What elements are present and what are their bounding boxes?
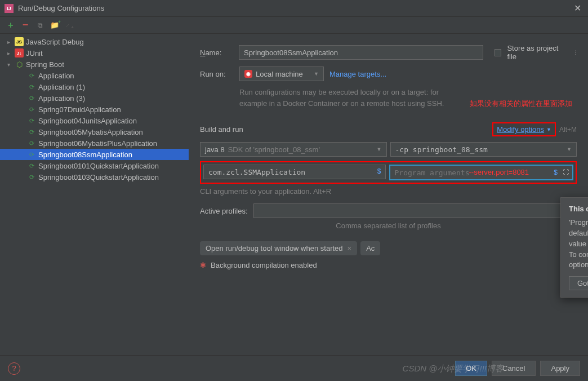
run-icon — [27, 71, 36, 80]
cp-value: -cp springboot_08_ssm — [395, 145, 488, 154]
titlebar: IJ Run/Debug Configurations ✕ — [0, 0, 588, 17]
tree-label: Springboot0101QuickstartApplication — [38, 162, 159, 170]
runon-label: Run on: — [200, 70, 234, 78]
run-icon — [27, 172, 36, 181]
tree-item-application-1[interactable]: Application (1) — [0, 81, 189, 92]
tree-label: Springboot04JunitsApplication — [38, 117, 137, 125]
tooltip-title: This option will be hidden — [569, 205, 588, 213]
window-title: Run/Debug Configurations — [18, 4, 572, 12]
main-class-input[interactable] — [203, 165, 386, 179]
name-input[interactable] — [239, 45, 483, 60]
tree-label: Application (3) — [38, 94, 85, 103]
tree-label: Springboot06MybatisPlusApplication — [38, 139, 157, 148]
run-icon — [27, 150, 36, 159]
add-button[interactable]: + — [6, 20, 16, 30]
chip-label: Open run/debug tool window when started — [206, 244, 343, 252]
tree-item-springboot04[interactable]: Springboot04JunitsApplication — [0, 115, 189, 126]
runon-hint: Run configurations may be executed local… — [239, 87, 465, 109]
chip-close-icon[interactable]: × — [348, 244, 352, 252]
tree-item-springboot08[interactable]: Springboot08SsmApplication — [0, 149, 189, 160]
tree-label: Spring07DruidApplication — [38, 105, 121, 114]
tree-label: JavaScript Debug — [26, 38, 84, 46]
tree-item-springboot06[interactable]: Springboot06MybatisPlusApplication — [0, 138, 189, 149]
run-icon — [27, 161, 36, 170]
config-tree: ▸ JS JavaScript Debug ▸ J↓ JUnit ▾ ⬡ Spr… — [0, 34, 189, 355]
config-content: Name: Store as project file ⁝ Run on: ◉ … — [189, 34, 588, 355]
tree-item-springboot05[interactable]: Springboot05MybatisApplication — [0, 126, 189, 138]
tree-label: Springboot0103QuickstartApplication — [38, 173, 159, 181]
tooltip-body: 'Program arguments' is currently set to … — [569, 218, 588, 271]
tree-label: Springboot05MybatisApplication — [38, 128, 143, 136]
tree-item-springboot0101[interactable]: Springboot0101QuickstartApplication — [0, 160, 189, 171]
help-button[interactable]: ? — [8, 362, 20, 375]
tree-item-springboot0103[interactable]: Springboot0103QuickstartApplication — [0, 171, 189, 183]
run-icon — [27, 82, 36, 91]
remove-button[interactable]: − — [20, 20, 30, 30]
classpath-select[interactable]: -cp springboot_08_ssm ▼ — [390, 142, 577, 157]
modify-options-link[interactable]: Modify options ▼ — [492, 122, 556, 136]
watermark: CSDN @小钟要学习!!!博客 — [403, 364, 504, 374]
runon-select[interactable]: ◉ Local machine ▼ — [239, 67, 324, 81]
store-checkbox[interactable] — [495, 49, 502, 56]
sdk-select[interactable]: java 8 SDK of 'springboot_08_ssm' ▼ — [200, 142, 387, 157]
runon-value: Local machine — [256, 70, 303, 78]
cli-hint: CLI arguments to your application. Alt+R — [200, 187, 577, 196]
bug-icon: ✱ — [200, 261, 206, 269]
expand-icon[interactable]: ▸ — [5, 39, 12, 45]
store-settings-icon[interactable]: ⁝ — [574, 48, 577, 57]
tree-label: Spring Boot — [26, 60, 64, 69]
tree-label: Application (1) — [38, 83, 85, 91]
hidden-option-tooltip: This option will be hidden 'Program argu… — [560, 197, 588, 298]
chip-label: Ac — [366, 244, 375, 252]
collapse-icon[interactable]: ▾ — [5, 61, 12, 68]
build-run-title: Build and run — [200, 125, 243, 134]
bg-compile-label: Background compilation enabled — [211, 261, 317, 269]
args-annotation: --server.port=8081 — [469, 168, 529, 176]
junit-icon: J↓ — [15, 48, 24, 57]
sdk-gray: SDK of 'springboot_08_ssm' — [228, 145, 320, 154]
tree-item-application[interactable]: Application — [0, 70, 189, 81]
tree-item-spring07[interactable]: Spring07DruidApplication — [0, 104, 189, 115]
js-icon: JS — [15, 37, 24, 46]
tree-label: JUnit — [26, 49, 43, 57]
close-button[interactable]: ✕ — [572, 3, 583, 14]
name-label: Name: — [200, 48, 233, 57]
spring-icon: ⬡ — [15, 60, 24, 69]
annotation-red-text: 如果没有相关的属性在里面添加 — [470, 99, 572, 109]
manage-targets-link[interactable]: Manage targets... — [329, 70, 386, 78]
tree-junit[interactable]: ▸ J↓ JUnit — [0, 47, 189, 59]
insert-macro-icon[interactable]: $ — [377, 167, 381, 175]
apply-button[interactable]: Apply — [540, 361, 580, 376]
run-icon — [27, 127, 36, 136]
copy-button[interactable]: ⧉ — [35, 20, 45, 30]
chevron-down-icon: ▼ — [377, 147, 382, 152]
new-folder-button[interactable]: 📁 — [50, 20, 60, 30]
gotit-button[interactable]: Got It — [569, 276, 588, 290]
run-icon — [27, 105, 36, 114]
run-icon — [27, 139, 36, 148]
tree-label: Springboot08SsmApplication — [38, 150, 132, 159]
wand-button[interactable]: ⟋₊ — [64, 20, 74, 30]
tree-spring-boot[interactable]: ▾ ⬡ Spring Boot — [0, 59, 189, 70]
chevron-down-icon: ▼ — [546, 127, 551, 132]
expand-icon[interactable]: ⛶ — [563, 169, 569, 175]
sdk-label: java 8 — [205, 145, 225, 154]
toolbar: + − ⧉ 📁 ⟋₊ — [0, 17, 588, 34]
chip-open-toolwindow: Open run/debug tool window when started … — [200, 241, 357, 255]
tree-label: Application — [38, 72, 74, 80]
run-icon — [27, 94, 36, 103]
run-icon — [27, 116, 36, 125]
app-icon: IJ — [5, 4, 14, 13]
store-label: Store as project file — [507, 44, 569, 61]
insert-macro-icon[interactable]: $ — [554, 169, 558, 176]
active-profiles-label: Active profiles: — [200, 207, 248, 215]
modify-shortcut: Alt+M — [559, 126, 577, 134]
tree-item-application-3[interactable]: Application (3) — [0, 92, 189, 104]
tree-js-debug[interactable]: ▸ JS JavaScript Debug — [0, 36, 189, 47]
active-profiles-input[interactable] — [253, 203, 577, 218]
expand-icon[interactable]: ▸ — [5, 50, 12, 56]
local-machine-icon: ◉ — [244, 70, 252, 78]
profile-hint: Comma separated list of profiles — [200, 221, 577, 230]
chevron-down-icon: ▼ — [314, 71, 319, 77]
chip-truncated: Ac — [360, 241, 380, 255]
